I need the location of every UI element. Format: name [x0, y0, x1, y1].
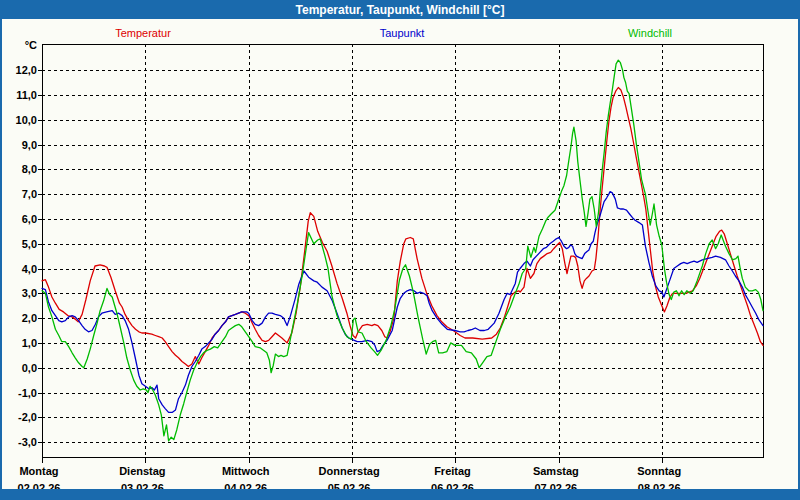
y-tick-label: 6,0 — [2, 212, 37, 226]
y-tick-label: 3,0 — [2, 286, 37, 300]
status-bar — [2, 489, 798, 498]
y-tick-label: 7,0 — [2, 187, 37, 201]
y-tick-label: 10,0 — [2, 113, 37, 127]
y-tick-label: 5,0 — [2, 237, 37, 251]
y-tick-label: 2,0 — [2, 311, 37, 325]
x-day-label: Donnerstag — [301, 465, 397, 478]
y-tick-label: 1,0 — [2, 336, 37, 350]
y-tick-label: 11,0 — [2, 88, 37, 102]
y-tick-label: 0,0 — [2, 361, 37, 375]
chart-plot-area — [2, 2, 800, 500]
y-tick-label: 12,0 — [2, 63, 37, 77]
y-tick-label: -2,0 — [2, 410, 37, 424]
app-window: Temperatur, Taupunkt, Windchill [°C] Tem… — [0, 0, 800, 500]
x-day-label: Sonntag — [611, 465, 707, 478]
y-tick-label: 9,0 — [2, 138, 37, 152]
y-tick-label: 8,0 — [2, 162, 37, 176]
x-day-label: Dienstag — [94, 465, 190, 478]
x-day-label: Samstag — [508, 465, 604, 478]
y-tick-label: 4,0 — [2, 262, 37, 276]
y-tick-label: -3,0 — [2, 435, 37, 449]
y-tick-label: -1,0 — [2, 386, 37, 400]
x-day-label: Montag — [0, 465, 87, 478]
x-day-label: Mittwoch — [198, 465, 294, 478]
x-day-label: Freitag — [404, 465, 500, 478]
